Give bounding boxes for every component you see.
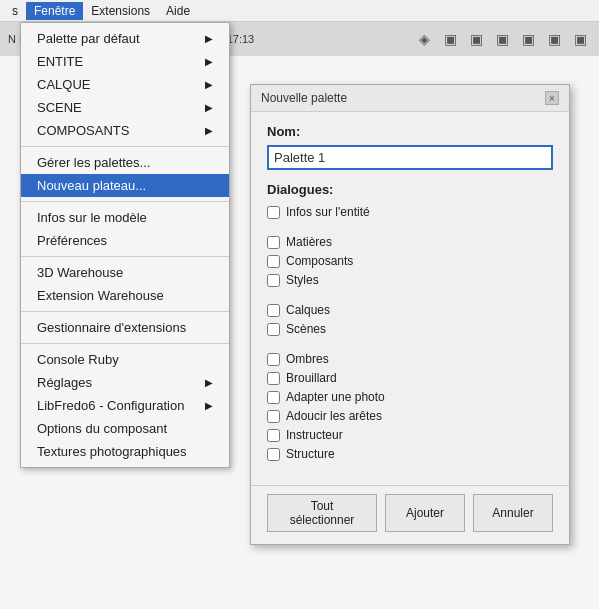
menu-item-gestionnaire-extensions[interactable]: Gestionnaire d'extensions bbox=[21, 316, 229, 339]
checkbox-matieres-input[interactable] bbox=[267, 236, 280, 249]
arrow-icon: ▶ bbox=[205, 377, 213, 388]
toolbar-icons: ◈ ▣ ▣ ▣ ▣ ▣ ▣ bbox=[413, 28, 591, 50]
menu-item-options-composant[interactable]: Options du composant bbox=[21, 417, 229, 440]
checkbox-styles: Styles bbox=[267, 273, 553, 287]
checkbox-structure-input[interactable] bbox=[267, 448, 280, 461]
checkbox-brouillard-label: Brouillard bbox=[286, 371, 337, 385]
checkbox-group-4: Ombres Brouillard Adapter une photo Adou… bbox=[267, 352, 553, 461]
dialog-footer: Tout sélectionner Ajouter Annuler bbox=[251, 485, 569, 544]
icon-diamond[interactable]: ◈ bbox=[413, 28, 435, 50]
checkbox-composants-label: Composants bbox=[286, 254, 353, 268]
icon-square1[interactable]: ▣ bbox=[439, 28, 461, 50]
icon-square3[interactable]: ▣ bbox=[491, 28, 513, 50]
menu-item-nouveau-plateau[interactable]: Nouveau plateau... bbox=[21, 174, 229, 197]
separator-4 bbox=[21, 311, 229, 312]
select-all-button[interactable]: Tout sélectionner bbox=[267, 494, 377, 532]
menu-item-entite[interactable]: ENTITE ▶ bbox=[21, 50, 229, 73]
checkbox-calques-label: Calques bbox=[286, 303, 330, 317]
checkbox-adapter-photo: Adapter une photo bbox=[267, 390, 553, 404]
name-label: Nom: bbox=[267, 124, 553, 139]
checkbox-ombres-label: Ombres bbox=[286, 352, 329, 366]
arrow-icon: ▶ bbox=[205, 79, 213, 90]
checkbox-adoucir-aretes: Adoucir les arêtes bbox=[267, 409, 553, 423]
menu-item-s[interactable]: s bbox=[4, 2, 26, 20]
icon-square5[interactable]: ▣ bbox=[543, 28, 565, 50]
checkbox-group-3: Calques Scènes bbox=[267, 303, 553, 336]
cancel-button[interactable]: Annuler bbox=[473, 494, 553, 532]
checkbox-styles-input[interactable] bbox=[267, 274, 280, 287]
checkbox-adapter-photo-label: Adapter une photo bbox=[286, 390, 385, 404]
checkbox-scenes-input[interactable] bbox=[267, 323, 280, 336]
checkbox-calques-input[interactable] bbox=[267, 304, 280, 317]
checkbox-matieres: Matières bbox=[267, 235, 553, 249]
separator-3 bbox=[21, 256, 229, 257]
checkbox-scenes: Scènes bbox=[267, 322, 553, 336]
add-button[interactable]: Ajouter bbox=[385, 494, 465, 532]
icon-square4[interactable]: ▣ bbox=[517, 28, 539, 50]
menu-item-extension-warehouse[interactable]: Extension Warehouse bbox=[21, 284, 229, 307]
arrow-icon: ▶ bbox=[205, 400, 213, 411]
checkbox-calques: Calques bbox=[267, 303, 553, 317]
icon-square2[interactable]: ▣ bbox=[465, 28, 487, 50]
menu-item-console-ruby[interactable]: Console Ruby bbox=[21, 348, 229, 371]
menu-item-gerer-palettes[interactable]: Gérer les palettes... bbox=[21, 151, 229, 174]
menu-item-composants[interactable]: COMPOSANTS ▶ bbox=[21, 119, 229, 142]
dialog-body: Nom: Dialogues: Infos sur l'entité Matiè… bbox=[251, 112, 569, 481]
checkbox-structure: Structure bbox=[267, 447, 553, 461]
checkbox-scenes-label: Scènes bbox=[286, 322, 326, 336]
checkbox-group-1: Infos sur l'entité bbox=[267, 205, 553, 219]
checkbox-infos-entite-label: Infos sur l'entité bbox=[286, 205, 370, 219]
checkbox-composants: Composants bbox=[267, 254, 553, 268]
checkbox-infos-entite-input[interactable] bbox=[267, 206, 280, 219]
checkbox-matieres-label: Matières bbox=[286, 235, 332, 249]
menu-item-extensions[interactable]: Extensions bbox=[83, 2, 158, 20]
menu-item-palette-defaut[interactable]: Palette par défaut ▶ bbox=[21, 27, 229, 50]
arrow-icon: ▶ bbox=[205, 102, 213, 113]
nouvelle-palette-dialog: Nouvelle palette × Nom: Dialogues: Infos… bbox=[250, 84, 570, 545]
separator-2 bbox=[21, 201, 229, 202]
dropdown-menu: Palette par défaut ▶ ENTITE ▶ CALQUE ▶ S… bbox=[20, 22, 230, 468]
checkbox-styles-label: Styles bbox=[286, 273, 319, 287]
checkbox-structure-label: Structure bbox=[286, 447, 335, 461]
checkbox-infos-entite: Infos sur l'entité bbox=[267, 205, 553, 219]
menu-item-preferences[interactable]: Préférences bbox=[21, 229, 229, 252]
checkbox-adapter-photo-input[interactable] bbox=[267, 391, 280, 404]
checkbox-ombres-input[interactable] bbox=[267, 353, 280, 366]
separator-5 bbox=[21, 343, 229, 344]
arrow-icon: ▶ bbox=[205, 125, 213, 136]
checkbox-adoucir-aretes-input[interactable] bbox=[267, 410, 280, 423]
separator-1 bbox=[21, 146, 229, 147]
checkbox-composants-input[interactable] bbox=[267, 255, 280, 268]
arrow-icon: ▶ bbox=[205, 33, 213, 44]
dialog-title-bar: Nouvelle palette × bbox=[251, 85, 569, 112]
main-area: Palette par défaut ▶ ENTITE ▶ CALQUE ▶ S… bbox=[0, 56, 599, 609]
icon-square6[interactable]: ▣ bbox=[569, 28, 591, 50]
divider-3 bbox=[267, 344, 553, 352]
checkbox-instructeur-input[interactable] bbox=[267, 429, 280, 442]
timeline-end-time: 17:13 bbox=[227, 33, 255, 45]
divider-2 bbox=[267, 295, 553, 303]
palette-name-input[interactable] bbox=[267, 145, 553, 170]
menu-item-scene[interactable]: SCENE ▶ bbox=[21, 96, 229, 119]
menu-item-libfredo6[interactable]: LibFredo6 - Configuration ▶ bbox=[21, 394, 229, 417]
checkbox-brouillard: Brouillard bbox=[267, 371, 553, 385]
checkbox-instructeur: Instructeur bbox=[267, 428, 553, 442]
checkbox-adoucir-aretes-label: Adoucir les arêtes bbox=[286, 409, 382, 423]
divider-1 bbox=[267, 227, 553, 235]
menu-item-fenetre[interactable]: Fenêtre bbox=[26, 2, 83, 20]
menu-item-calque[interactable]: CALQUE ▶ bbox=[21, 73, 229, 96]
menu-item-infos-modele[interactable]: Infos sur le modèle bbox=[21, 206, 229, 229]
arrow-icon: ▶ bbox=[205, 56, 213, 67]
dialog-title: Nouvelle palette bbox=[261, 91, 347, 105]
menu-item-3d-warehouse[interactable]: 3D Warehouse bbox=[21, 261, 229, 284]
checkbox-brouillard-input[interactable] bbox=[267, 372, 280, 385]
menu-bar: s Fenêtre Extensions Aide bbox=[0, 0, 599, 22]
menu-item-reglages[interactable]: Réglages ▶ bbox=[21, 371, 229, 394]
checkbox-ombres: Ombres bbox=[267, 352, 553, 366]
dialog-close-button[interactable]: × bbox=[545, 91, 559, 105]
menu-item-textures[interactable]: Textures photographiques bbox=[21, 440, 229, 463]
checkbox-instructeur-label: Instructeur bbox=[286, 428, 343, 442]
menu-item-aide[interactable]: Aide bbox=[158, 2, 198, 20]
dialogues-label: Dialogues: bbox=[267, 182, 553, 197]
checkbox-group-2: Matières Composants Styles bbox=[267, 235, 553, 287]
